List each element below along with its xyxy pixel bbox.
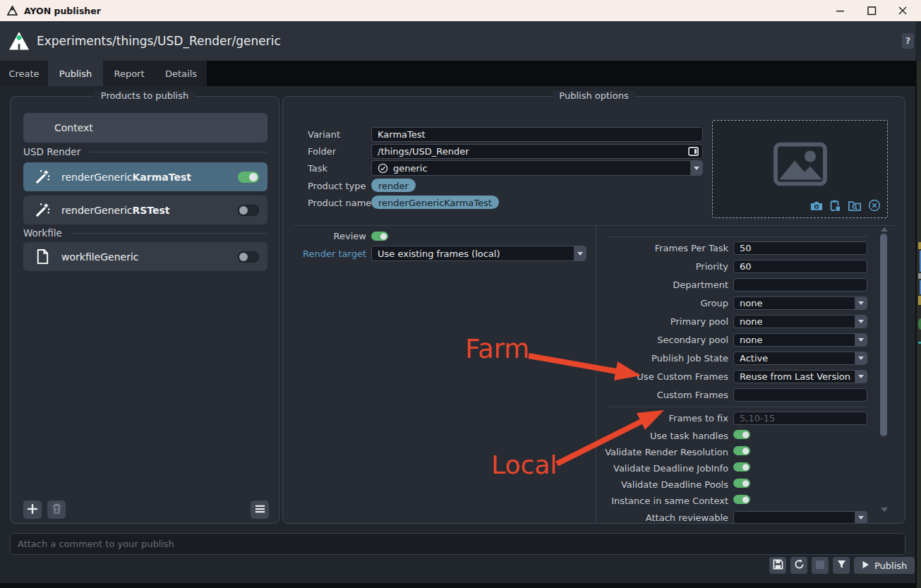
option-label: Instance in same Context [601,496,728,506]
tab-label: Publish [59,68,92,79]
publish-button[interactable]: Publish [854,557,915,574]
comment-input[interactable] [10,533,905,555]
option-row: Priority [601,260,867,273]
maximize-button[interactable] [856,0,887,21]
product-name-label: Product name [308,198,371,208]
option-label: Primary pool [601,316,728,327]
tab-publish[interactable]: Publish [48,61,103,86]
file-icon [34,248,51,265]
publish-job-state-select[interactable]: Active [733,352,867,365]
product-group-title: Workfile [23,227,62,239]
wand-icon [34,169,51,186]
product-list-view-button[interactable] [251,500,269,519]
variant-input[interactable] [371,127,703,142]
use-task-handles-toggle[interactable] [733,430,750,439]
tab-report[interactable]: Report [103,61,155,86]
help-button[interactable]: ? [902,33,914,49]
use-custom-frames-select[interactable]: Reuse from Last Version [733,370,867,383]
background-taskbar-strip [0,583,915,588]
frames-per-task-input[interactable] [733,241,867,255]
review-toggle[interactable] [371,232,388,241]
priority-input[interactable] [733,260,867,273]
dropdown-arrow-icon [855,371,867,383]
reset-button[interactable] [790,557,807,574]
option-label: Use Custom Frames [601,371,728,382]
folder-input[interactable] [371,144,703,159]
add-instance-button[interactable] [23,500,42,519]
tab-label: Create [8,68,39,79]
department-input[interactable] [733,278,867,292]
header: Experiments/things/USD_Render/generic ? [0,21,915,61]
products-panel-legend: Products to publish [94,90,195,101]
validate-render-resolution-toggle[interactable] [733,446,750,455]
validate-deadline-jobinfo-toggle[interactable] [733,462,750,472]
option-row: Publish Job StateActive [601,352,867,365]
toggle-knob [239,253,248,261]
dropdown-arrow-icon [855,512,867,523]
context-item-button[interactable]: Context [23,113,267,143]
toggle-knob [239,206,248,215]
instance-in-same-context-toggle[interactable] [733,495,750,504]
product-enable-toggle[interactable] [238,251,259,263]
primary-pool-select[interactable]: none [733,315,867,328]
render-target-label: Render target [283,248,366,259]
play-icon [862,560,869,571]
image-placeholder-icon [773,143,827,188]
paste-thumbnail-icon[interactable] [830,200,841,214]
stop-button[interactable] [812,557,829,574]
options-separator [294,225,894,226]
filter-button[interactable] [833,557,850,574]
attach-reviewable-select[interactable] [733,511,867,523]
option-label: Use task handles [601,431,728,441]
clear-thumbnail-icon[interactable] [868,199,881,214]
save-icon [773,559,783,572]
tab-create[interactable]: Create [0,61,48,86]
tab-bar: CreatePublishReportDetails [0,61,915,86]
ayon-logo-icon [8,31,30,53]
frames-to-fix-input[interactable] [733,412,867,425]
browse-thumbnail-icon[interactable] [848,200,861,213]
folder-browse-icon[interactable] [688,147,699,158]
option-label: Publish Job State [601,353,728,364]
product-enable-toggle[interactable] [238,205,259,216]
minimize-button[interactable] [825,0,856,21]
thumbnail-dropzone[interactable] [712,120,888,218]
close-button[interactable] [887,0,918,21]
option-row: Validate Deadline Pools [601,479,867,490]
scroll-up-arrow[interactable] [881,227,888,232]
toggle-knob [742,496,749,503]
option-row: Primary poolnone [601,315,867,328]
context-breadcrumb: Experiments/things/USD_Render/generic [37,34,281,48]
task-check-icon [378,163,388,174]
toggle-knob [742,448,749,454]
option-field [733,278,867,292]
custom-frames-input[interactable] [733,388,867,402]
product-item[interactable]: renderGenericKarmaTest [23,162,267,191]
option-row: Department [601,278,867,292]
screengrab-camera-icon[interactable] [810,200,823,213]
tab-details[interactable]: Details [155,61,207,86]
product-item[interactable]: renderGenericRSTest [23,196,267,224]
secondary-pool-select[interactable]: none [733,333,867,347]
save-button[interactable] [769,557,786,574]
toggle-knob [742,431,749,438]
validate-deadline-pools-toggle[interactable] [733,479,750,488]
options-section-divider [609,236,867,237]
remove-instance-button[interactable] [47,500,66,519]
toggle-knob [249,173,258,181]
product-item[interactable]: workfileGeneric [23,242,267,271]
scrollbar-thumb[interactable] [880,234,887,436]
task-select[interactable]: generic [371,160,703,176]
scroll-down-arrow[interactable] [881,508,888,512]
task-value: generic [393,163,428,174]
toggle-knob [742,464,749,470]
option-row: Frames Per Task [601,241,867,255]
select-value: Reuse from Last Version [740,371,850,382]
product-enable-toggle[interactable] [238,172,259,183]
render-target-select[interactable]: Use existing frames (local) [371,246,586,261]
filter-icon [837,560,846,571]
group-select[interactable]: none [733,296,867,310]
select-value: none [740,335,762,345]
group-divider-line [71,233,267,234]
option-row: Custom Frames [601,388,867,402]
